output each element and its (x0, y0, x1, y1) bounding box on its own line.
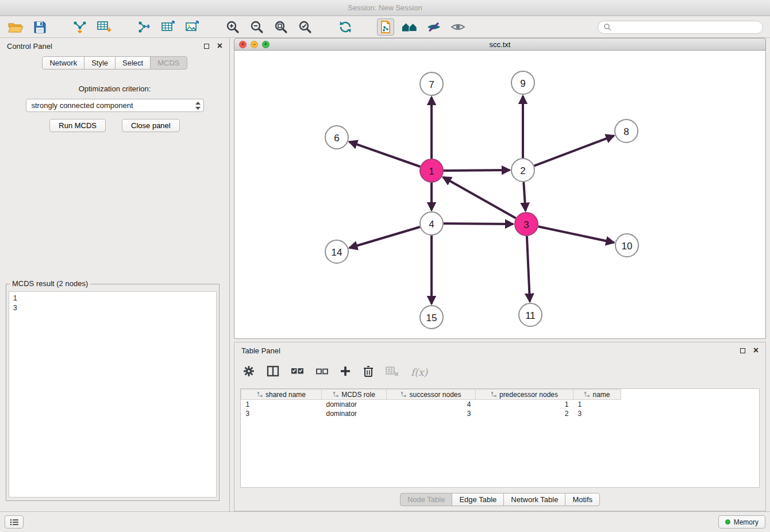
control-panel-tabs: NetworkStyleSelectMCDS (0, 56, 229, 70)
column-header-MCDS-role[interactable]: MCDS role (322, 390, 387, 400)
tab-network-table[interactable]: Network Table (503, 493, 565, 506)
table-cell[interactable]: 3 (387, 409, 476, 418)
delete-row-icon[interactable] (363, 365, 374, 380)
column-header-name[interactable]: name (573, 390, 621, 400)
network-analyzer-icon[interactable] (401, 18, 418, 36)
function-builder-icon: f(x) (411, 367, 428, 378)
network-window-titlebar[interactable]: × – + scc.txt (234, 38, 766, 51)
add-row-icon[interactable] (340, 365, 351, 379)
search-box[interactable] (598, 21, 763, 34)
graph-node-label-1: 1 (429, 166, 434, 177)
zoom-fit-icon[interactable] (272, 18, 290, 36)
network-canvas[interactable]: 7968124314101511 (234, 51, 766, 339)
graph-edge-3-1[interactable] (443, 177, 516, 218)
tab-select[interactable]: Select (115, 56, 151, 70)
criterion-select[interactable]: strongly connected component (26, 99, 204, 112)
settings-gear-icon[interactable] (242, 365, 255, 380)
float-window-icon[interactable] (740, 348, 745, 353)
zoom-selected-icon[interactable] (297, 18, 314, 36)
graph-edge-1-6[interactable] (349, 142, 421, 167)
table-cell-filler (621, 409, 760, 418)
graph-edge-2-3[interactable] (523, 182, 525, 211)
list-icon (10, 519, 19, 526)
table-row[interactable]: 3dominator323 (241, 409, 760, 418)
table-cell[interactable]: dominator (322, 409, 387, 418)
memory-button[interactable]: Memory (718, 515, 765, 529)
float-window-icon[interactable] (204, 44, 209, 49)
close-panel-icon[interactable]: × (753, 346, 759, 355)
column-header-predecessor-nodes[interactable]: predecessor nodes (476, 390, 573, 400)
network-window-title: scc.txt (490, 40, 511, 49)
table-cell[interactable]: 2 (476, 409, 573, 418)
graph-node-label-14: 14 (332, 247, 342, 258)
eye-icon[interactable] (449, 18, 467, 36)
mcds-result-text[interactable]: 13 (9, 291, 217, 498)
table-cell[interactable]: dominator (322, 400, 387, 410)
delete-columns-icon (386, 366, 399, 379)
tab-mcds[interactable]: MCDS (150, 56, 187, 70)
minimize-window-icon[interactable]: – (251, 41, 258, 48)
graph-edge-4-14[interactable] (349, 227, 420, 248)
select-all-columns-icon[interactable] (291, 367, 305, 377)
close-window-icon[interactable]: × (239, 41, 247, 48)
export-table-icon[interactable] (160, 18, 177, 36)
table-cell[interactable]: 1 (476, 400, 573, 410)
zoom-out-icon[interactable] (248, 18, 265, 36)
control-panel-header: Control Panel × (0, 38, 229, 54)
graph-edge-3-10[interactable] (538, 226, 614, 242)
table-row[interactable]: 1dominator411 (241, 400, 760, 410)
mcds-result-line: 3 (13, 303, 212, 313)
export-image-icon[interactable] (184, 18, 201, 36)
table-cell[interactable]: 3 (241, 409, 322, 418)
open-session-button[interactable] (377, 18, 394, 36)
import-network-icon[interactable] (71, 18, 88, 36)
tab-network[interactable]: Network (42, 56, 84, 70)
column-header-successor-nodes[interactable]: successor nodes (387, 390, 476, 400)
graph-edge-2-8[interactable] (534, 136, 614, 166)
apply-layout-icon[interactable] (337, 18, 354, 36)
close-panel-icon[interactable]: × (217, 41, 222, 51)
criterion-select-value: strongly connected component (32, 101, 133, 110)
search-input[interactable] (615, 22, 757, 32)
table-toolbar: f(x) (234, 358, 765, 381)
tab-motifs[interactable]: Motifs (565, 493, 600, 506)
unselect-all-columns-icon[interactable] (316, 367, 328, 377)
graph-node-label-3: 3 (523, 219, 529, 230)
open-folder-icon[interactable] (7, 18, 24, 36)
table-cell[interactable]: 1 (573, 400, 621, 410)
close-panel-button[interactable]: Close panel (122, 119, 180, 132)
graph-node-label-11: 11 (525, 310, 536, 321)
show-columns-icon[interactable] (267, 365, 279, 379)
graph-node-label-2: 2 (520, 165, 525, 176)
graph-edge-1-2[interactable] (444, 170, 510, 171)
table-cell[interactable]: 4 (387, 400, 476, 410)
task-history-button[interactable] (5, 515, 24, 529)
zoom-in-icon[interactable] (224, 18, 241, 36)
graph-edge-4-3[interactable] (444, 223, 513, 224)
table-cell[interactable]: 3 (573, 409, 621, 418)
select-arrows-icon (195, 101, 201, 110)
tab-node-table[interactable]: Node Table (400, 493, 453, 506)
run-mcds-button[interactable]: Run MCDS (49, 119, 106, 132)
table-cell[interactable]: 1 (241, 400, 322, 410)
table-panel-title: Table Panel (241, 346, 280, 355)
tab-edge-table[interactable]: Edge Table (452, 493, 504, 506)
tab-style[interactable]: Style (84, 56, 116, 70)
save-icon[interactable] (31, 18, 48, 36)
import-table-icon[interactable] (95, 18, 113, 36)
graph-node-label-10: 10 (622, 241, 633, 252)
toggle-visibility-icon[interactable] (425, 18, 442, 36)
memory-status-icon (725, 519, 730, 525)
export-network-icon[interactable] (136, 18, 153, 36)
network-view-window: × – + scc.txt 7968124314101511 (234, 38, 766, 339)
graph-node-label-15: 15 (426, 313, 437, 323)
zoom-window-icon[interactable]: + (262, 41, 270, 48)
traffic-lights: × – + (239, 41, 270, 48)
session-file-icon (379, 20, 392, 34)
column-header-shared-name[interactable]: shared name (241, 390, 322, 400)
control-panel-title: Control Panel (7, 42, 52, 51)
mcds-result-line: 1 (13, 294, 212, 303)
graph-edge-3-11[interactable] (527, 236, 530, 302)
graph-node-label-6: 6 (334, 133, 339, 144)
optimization-criterion-label: Optimization criterion: (0, 84, 229, 93)
